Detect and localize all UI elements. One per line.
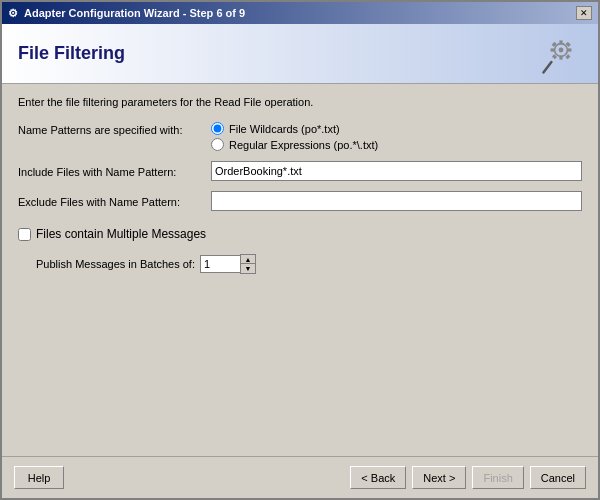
exclude-input[interactable] bbox=[211, 191, 582, 211]
name-patterns-row: Name Patterns are specified with: File W… bbox=[18, 122, 582, 151]
cancel-button[interactable]: Cancel bbox=[530, 466, 586, 489]
radio-wildcards[interactable]: File Wildcards (po*.txt) bbox=[211, 122, 378, 135]
batch-spinner: ▲ ▼ bbox=[200, 254, 256, 274]
multiple-messages-label[interactable]: Files contain Multiple Messages bbox=[36, 227, 206, 241]
batch-row: Publish Messages in Batches of: ▲ ▼ bbox=[36, 254, 582, 274]
batch-input[interactable] bbox=[200, 255, 240, 273]
description-text: Enter the file filtering parameters for … bbox=[18, 96, 582, 108]
wizard-gear-icon bbox=[537, 34, 577, 74]
wizard-window: ⚙ Adapter Configuration Wizard - Step 6 … bbox=[0, 0, 600, 500]
svg-line-10 bbox=[543, 62, 551, 72]
gear-title-icon: ⚙ bbox=[8, 7, 18, 20]
footer: Help < Back Next > Finish Cancel bbox=[2, 456, 598, 498]
name-patterns-label: Name Patterns are specified with: bbox=[18, 122, 203, 136]
footer-right-buttons: < Back Next > Finish Cancel bbox=[350, 466, 586, 489]
spinner-down-button[interactable]: ▼ bbox=[241, 264, 255, 273]
close-button[interactable]: ✕ bbox=[576, 6, 592, 20]
next-button[interactable]: Next > bbox=[412, 466, 466, 489]
form-content: Enter the file filtering parameters for … bbox=[2, 84, 598, 456]
svg-point-1 bbox=[559, 47, 564, 52]
radio-wildcards-label: File Wildcards (po*.txt) bbox=[229, 123, 340, 135]
finish-button[interactable]: Finish bbox=[472, 466, 523, 489]
header-icon bbox=[532, 29, 582, 79]
svg-rect-4 bbox=[551, 48, 555, 51]
title-bar: ⚙ Adapter Configuration Wizard - Step 6 … bbox=[2, 2, 598, 24]
help-button[interactable]: Help bbox=[14, 466, 64, 489]
include-files-row: Include Files with Name Pattern: bbox=[18, 161, 582, 181]
exclude-files-row: Exclude Files with Name Pattern: bbox=[18, 191, 582, 211]
spinner-up-button[interactable]: ▲ bbox=[241, 255, 255, 264]
back-button[interactable]: < Back bbox=[350, 466, 406, 489]
page-title: File Filtering bbox=[18, 43, 125, 64]
exclude-label: Exclude Files with Name Pattern: bbox=[18, 194, 203, 208]
window-title: Adapter Configuration Wizard - Step 6 of… bbox=[24, 7, 245, 19]
include-label: Include Files with Name Pattern: bbox=[18, 164, 203, 178]
radio-regex[interactable]: Regular Expressions (po.*\.txt) bbox=[211, 138, 378, 151]
svg-rect-2 bbox=[559, 40, 562, 44]
spinner-buttons: ▲ ▼ bbox=[240, 254, 256, 274]
batch-label: Publish Messages in Batches of: bbox=[36, 258, 195, 270]
radio-regex-label: Regular Expressions (po.*\.txt) bbox=[229, 139, 378, 151]
multiple-messages-row: Files contain Multiple Messages bbox=[18, 227, 582, 241]
radio-regex-input[interactable] bbox=[211, 138, 224, 151]
multiple-messages-checkbox[interactable] bbox=[18, 228, 31, 241]
include-input[interactable] bbox=[211, 161, 582, 181]
svg-rect-5 bbox=[567, 48, 571, 51]
svg-rect-3 bbox=[559, 55, 562, 59]
radio-group: File Wildcards (po*.txt) Regular Express… bbox=[211, 122, 378, 151]
radio-wildcards-input[interactable] bbox=[211, 122, 224, 135]
header-banner: File Filtering bbox=[2, 24, 598, 84]
